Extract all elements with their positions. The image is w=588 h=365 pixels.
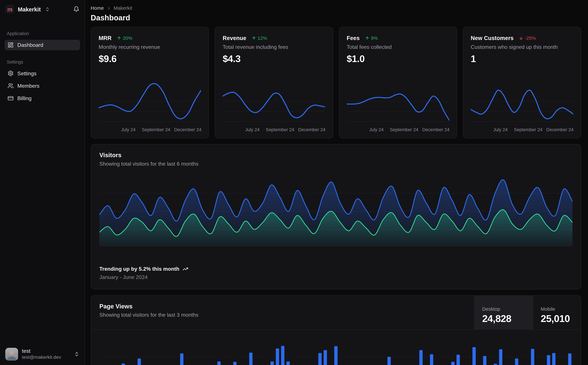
- x-axis-tick: December 24: [298, 127, 325, 132]
- sidebar-item-dashboard[interactable]: Dashboard: [5, 40, 80, 50]
- x-axis-tick: July 24: [493, 127, 508, 132]
- stat-delta-badge: 9%: [365, 35, 378, 41]
- chevrons-up-down-icon: [74, 351, 79, 357]
- stat-value: 24,828: [482, 313, 533, 325]
- x-axis-tick: September 24: [142, 127, 170, 132]
- stat-description: Monthly recurring revenue: [99, 44, 201, 50]
- stat-description: Total fees collected: [347, 44, 449, 50]
- revenue-sparkline-chart: July 24September 24December 24: [223, 80, 325, 133]
- stat-cards-row: MRR 20% Monthly recurring revenue $9.6 J…: [91, 27, 581, 138]
- page-views-card: Page Views Showing total visitors for th…: [91, 295, 581, 365]
- stat-card-new-customers: New Customers -25% Customers who signed …: [463, 27, 581, 138]
- x-axis-tick: December 24: [422, 127, 450, 132]
- stat-delta-badge: 12%: [252, 35, 267, 41]
- section-label: Settings: [7, 59, 78, 65]
- breadcrumb-home-link[interactable]: Home: [91, 5, 104, 11]
- sidebar-item-settings[interactable]: Settings: [5, 68, 80, 79]
- x-axis-tick: December 24: [546, 127, 574, 132]
- arrow-up-icon: [365, 36, 369, 40]
- trending-up-icon: [182, 266, 188, 272]
- visitors-card: Visitors Showing total visitors for the …: [91, 144, 581, 289]
- sidebar-item-label: Dashboard: [17, 42, 43, 48]
- stat-value: $4.3: [223, 53, 325, 64]
- arrow-down-icon: [519, 36, 523, 40]
- sidebar-nav: Application Dashboard Settings Settings: [5, 31, 80, 105]
- main-content: Home Makerkit Dashboard MRR 20% Monthly …: [85, 0, 588, 365]
- stat-title: New Customers: [471, 35, 514, 41]
- users-icon: [8, 83, 14, 89]
- nav-section-settings: Settings Settings Members: [5, 59, 80, 104]
- user-info: test test@makerkit.dev: [22, 348, 61, 360]
- page-views-header: Page Views Showing total visitors for th…: [91, 296, 581, 330]
- stat-value: $1.0: [347, 53, 449, 64]
- page-views-title: Page Views: [99, 303, 466, 310]
- visitors-trend: Trending up by 5.2% this month: [99, 266, 573, 272]
- section-label: Application: [7, 31, 78, 36]
- stat-card-fees: Fees 9% Total fees collected $1.0 July 2…: [339, 27, 457, 138]
- x-axis-tick: July 24: [369, 127, 384, 132]
- user-email: test@makerkit.dev: [22, 355, 61, 360]
- desktop-stat-toggle[interactable]: Desktop 24,828: [474, 296, 533, 329]
- x-axis-tick: September 24: [514, 127, 542, 132]
- sidebar-item-label: Settings: [17, 70, 36, 77]
- stat-description: Total revenue including fees: [223, 44, 325, 50]
- new-customers-sparkline-chart: July 24September 24December 24: [471, 80, 573, 133]
- stat-description: Customers who signed up this month: [471, 44, 573, 50]
- stat-value: 25,010: [541, 313, 581, 325]
- sidebar-item-members[interactable]: Members: [5, 81, 80, 91]
- user-name: test: [22, 348, 61, 355]
- stat-label: Mobile: [541, 306, 581, 312]
- chevrons-up-down-icon[interactable]: [45, 7, 50, 12]
- stat-title: Revenue: [223, 35, 246, 41]
- stat-value: $9.6: [99, 53, 201, 64]
- workspace-name[interactable]: Makerkit: [18, 6, 41, 12]
- gear-icon: [8, 70, 14, 77]
- workspace-row: m Makerkit: [5, 4, 80, 14]
- page-views-bar-chart: [99, 334, 578, 365]
- dashboard-icon: [8, 42, 14, 48]
- stat-title: MRR: [99, 35, 111, 41]
- visitors-subtitle: Showing total visitors for the last 6 mo…: [99, 161, 573, 167]
- sidebar-item-label: Billing: [17, 95, 31, 101]
- x-axis-tick: September 24: [266, 127, 294, 132]
- page-views-subtitle: Showing total visitors for the last 3 mo…: [99, 312, 466, 318]
- chevron-right-icon: [106, 6, 111, 10]
- visitors-area-chart: [99, 173, 573, 248]
- sidebar-item-label: Members: [17, 83, 39, 89]
- user-menu[interactable]: test test@makerkit.dev: [5, 345, 80, 362]
- stat-card-mrr: MRR 20% Monthly recurring revenue $9.6 J…: [91, 27, 209, 138]
- stat-delta-badge: 20%: [117, 35, 132, 41]
- mobile-stat-toggle[interactable]: Mobile 25,010: [533, 296, 581, 329]
- credit-card-icon: [8, 95, 14, 101]
- page-title: Dashboard: [91, 14, 581, 22]
- breadcrumb: Home Makerkit: [91, 5, 581, 11]
- mrr-sparkline-chart: July 24September 24December 24: [99, 80, 201, 133]
- x-axis-tick: July 24: [245, 127, 260, 132]
- x-axis-tick: September 24: [390, 127, 418, 132]
- sidebar-item-billing[interactable]: Billing: [5, 93, 80, 104]
- avatar: [5, 348, 18, 361]
- stat-label: Desktop: [482, 306, 533, 312]
- stat-value: 1: [471, 53, 573, 64]
- bell-icon[interactable]: [73, 6, 79, 12]
- stat-card-revenue: Revenue 12% Total revenue including fees…: [215, 27, 333, 138]
- makerkit-dashboard-app: m Makerkit Application Dashboard Set: [0, 0, 588, 365]
- arrow-up-icon: [117, 36, 121, 40]
- x-axis-tick: July 24: [121, 127, 136, 132]
- nav-section-application: Application Dashboard: [5, 31, 80, 50]
- arrow-up-icon: [252, 36, 256, 40]
- visitors-title: Visitors: [99, 152, 573, 159]
- sidebar: m Makerkit Application Dashboard Set: [0, 0, 85, 365]
- stat-delta-badge: -25%: [519, 35, 536, 41]
- fees-sparkline-chart: July 24September 24December 24: [347, 80, 449, 133]
- stat-title: Fees: [347, 35, 360, 41]
- breadcrumb-current: Makerkit: [114, 5, 132, 11]
- visitors-period: January - June 2024: [99, 274, 573, 280]
- makerkit-logo: m: [5, 5, 14, 14]
- x-axis-tick: December 24: [174, 127, 201, 132]
